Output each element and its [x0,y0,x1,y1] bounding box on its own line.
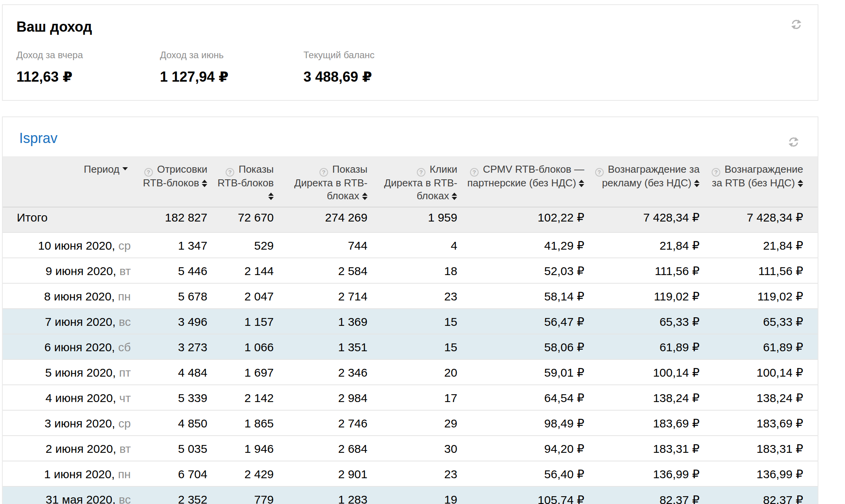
column-header-line: рекламу (без НДС) [584,177,700,189]
value-cell: 82,37 ₽ [584,486,700,504]
column-header-text: Директа в RTB- [294,177,367,189]
column-header-text: блоках [327,190,359,202]
refresh-icon [791,19,802,30]
total-value: 182 827 [131,207,207,232]
value-cell: 20 [368,359,457,385]
value-cell: 138,24 ₽ [700,385,818,410]
column-header-direct-clicks[interactable]: ?КликиДиректа в RTB-блоках [368,156,457,207]
sort-both-icon[interactable] [579,180,584,187]
date-text: 7 июня 2020, [45,315,116,328]
value-cell: 6 704 [131,461,207,486]
value-cell: 65,33 ₽ [700,309,818,334]
income-refresh-button[interactable] [791,19,802,30]
value-cell: 59,01 ₽ [457,359,584,385]
weekday-text: пн [118,290,131,303]
value-cell: 3 496 [131,309,207,334]
value-cell: 21,84 ₽ [700,232,818,258]
value-cell: 19 [368,486,457,504]
value-cell: 183,69 ₽ [584,410,700,436]
value-cell: 529 [207,232,274,258]
column-header-rtb-shows[interactable]: ?ПоказыRTB-блоков [207,156,274,207]
stat-label: Доход за вчера [16,49,160,61]
help-icon[interactable]: ? [226,168,234,177]
value-cell: 1 697 [207,359,274,385]
value-cell: 111,56 ₽ [700,258,818,283]
value-cell: 52,03 ₽ [457,258,584,283]
column-header-rtb-renders[interactable]: ?ОтрисовкиRTB-блоков [131,156,207,207]
stat-value: 1 127,94 ₽ [160,69,303,85]
report-title-link[interactable]: Isprav [19,130,57,147]
value-cell: 5 678 [131,283,207,309]
value-cell: 2 142 [207,385,274,410]
column-header-text: Отрисовки [157,163,208,175]
sort-both-icon[interactable] [362,193,368,200]
column-header-reward-ads[interactable]: ?Вознаграждение зарекламу (без НДС) [584,156,700,207]
date-text: 1 июня 2020, [44,468,115,481]
weekday-text: ср [118,417,131,430]
period-cell: 1 июня 2020, пн [3,461,131,486]
value-cell: 111,56 ₽ [584,258,700,283]
table-row: 8 июня 2020, пн5 6782 0472 7142358,14 ₽1… [3,283,818,309]
sort-both-icon[interactable] [452,193,457,200]
value-cell: 100,14 ₽ [584,359,700,385]
sort-both-icon[interactable] [202,180,207,187]
help-icon[interactable]: ? [144,168,153,177]
stat-value: 3 488,69 ₽ [303,69,447,85]
sort-both-icon[interactable] [268,193,274,200]
report-refresh-button[interactable] [788,137,799,147]
date-text: 2 июня 2020, [46,442,117,455]
value-cell: 2 352 [131,486,207,504]
help-icon[interactable]: ? [470,168,479,177]
help-icon[interactable]: ? [712,168,720,177]
value-cell: 2 144 [207,258,274,283]
period-cell: 7 июня 2020, вс [3,309,131,334]
table-row: 1 июня 2020, пн6 7042 4292 9012356,40 ₽1… [3,461,818,486]
income-stat: Доход за июнь1 127,94 ₽ [160,49,303,85]
column-header-line: ?Вознаграждение [700,163,803,177]
date-text: 6 июня 2020, [44,341,115,354]
value-cell: 30 [368,436,457,461]
value-cell: 23 [368,283,457,309]
value-cell: 15 [368,309,457,334]
table-row: 9 июня 2020, вт5 4462 1442 5841852,03 ₽1… [3,258,818,283]
value-cell: 4 484 [131,359,207,385]
value-cell: 138,24 ₽ [584,385,700,410]
value-cell: 4 850 [131,410,207,436]
period-cell: 3 июня 2020, ср [3,410,131,436]
date-text: 10 июня 2020, [38,239,115,252]
sort-both-icon[interactable] [694,180,700,187]
weekday-text: вт [119,265,131,277]
column-header-text: партнерские (без НДС) [467,177,576,189]
weekday-text: вс [119,493,131,504]
total-value: 274 269 [274,207,368,232]
sort-both-icon[interactable] [798,180,803,187]
column-header-line: ?Клики [368,163,457,177]
period-cell: 8 июня 2020, пн [3,283,131,309]
column-header-text: RTB-блоков [217,177,274,189]
value-cell: 2 714 [274,283,368,309]
total-value: 1 959 [368,207,457,232]
column-header-direct-shows[interactable]: ?ПоказыДиректа в RTB-блоках [274,156,368,207]
value-cell: 100,14 ₽ [700,359,818,385]
value-cell: 56,47 ₽ [457,309,584,334]
value-cell: 41,29 ₽ [457,232,584,258]
column-header-cpmv[interactable]: ?CPMV RTB-блоков —партнерские (без НДС) [457,156,584,207]
table-row: 10 июня 2020, ср1 347529744441,29 ₽21,84… [3,232,818,258]
help-icon[interactable]: ? [417,168,425,177]
total-value: 7 428,34 ₽ [700,207,818,232]
column-header-text: Показы [332,163,368,175]
value-cell: 58,14 ₽ [457,283,584,309]
value-cell: 29 [368,410,457,436]
column-header-reward-rtb[interactable]: ?Вознаграждениеза RTB (без НДС) [700,156,818,207]
value-cell: 98,49 ₽ [457,410,584,436]
column-header-line: RTB-блоков [207,177,274,189]
help-icon[interactable]: ? [319,168,328,177]
value-cell: 183,31 ₽ [700,436,818,461]
value-cell: 1 946 [207,436,274,461]
column-header-period[interactable]: Период [3,156,131,207]
help-icon[interactable]: ? [595,168,604,177]
period-cell: 10 июня 2020, ср [3,232,131,258]
date-text: 31 мая 2020, [46,493,116,504]
total-value: 102,22 ₽ [457,207,584,232]
sort-desc-icon[interactable] [122,167,128,170]
